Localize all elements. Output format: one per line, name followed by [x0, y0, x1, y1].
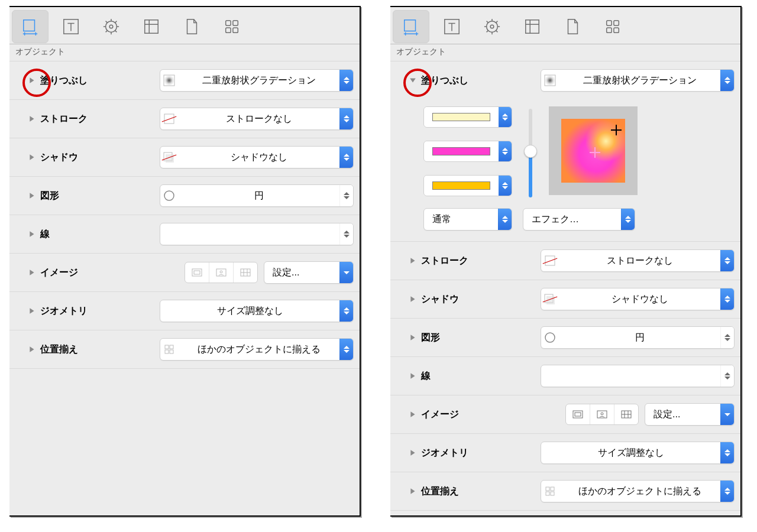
tab-object[interactable] — [12, 10, 48, 43]
stepper-icon — [720, 250, 734, 271]
line-popup[interactable] — [541, 365, 735, 387]
gradient-handle-1[interactable] — [611, 125, 622, 135]
disclosure-fill-open[interactable] — [408, 76, 418, 85]
tab-text[interactable] — [53, 11, 89, 43]
gradient-handle-2[interactable] — [590, 147, 600, 158]
seg-person-icon[interactable] — [590, 404, 614, 424]
shadow-popup[interactable]: シャドウなし — [160, 146, 354, 168]
tab-properties[interactable] — [93, 11, 129, 43]
tab-document[interactable] — [555, 11, 590, 43]
disclosure-line[interactable] — [408, 371, 418, 381]
stepper-icon — [499, 107, 512, 127]
disclosure-shape[interactable] — [27, 191, 37, 200]
shadow-popup[interactable]: シャドウなし — [541, 288, 735, 310]
disclosure-line[interactable] — [27, 229, 37, 239]
row-shape: 図形 円 — [390, 319, 740, 357]
disclosure-stroke[interactable] — [408, 256, 418, 265]
tab-grid[interactable] — [214, 11, 250, 43]
fill-popup[interactable]: 二重放射状グラデーション — [541, 69, 735, 92]
row-shadow: シャドウ シャドウなし — [390, 280, 740, 319]
stepper-icon — [720, 365, 734, 387]
disclosure-geometry[interactable] — [27, 306, 37, 316]
disclosure-geometry[interactable] — [408, 448, 418, 458]
disclosure-shadow[interactable] — [408, 294, 418, 304]
row-stroke: ストローク ストロークなし — [9, 100, 360, 138]
radial-gradient-icon — [160, 74, 178, 86]
image-settings-popup[interactable]: 設定... — [264, 261, 354, 284]
circle-icon — [541, 332, 559, 343]
svg-rect-31 — [614, 28, 619, 33]
image-mask-segmented[interactable] — [185, 262, 258, 283]
row-shadow: シャドウ シャドウなし — [9, 138, 360, 177]
tab-grid[interactable] — [595, 11, 630, 43]
disclosure-alignment[interactable] — [27, 345, 37, 354]
svg-rect-14 — [192, 269, 202, 276]
seg-natural-icon[interactable] — [566, 404, 590, 424]
tab-text[interactable] — [434, 11, 470, 43]
tab-canvas[interactable] — [515, 11, 550, 43]
svg-rect-9 — [164, 75, 174, 86]
stroke-popup[interactable]: ストロークなし — [541, 249, 735, 272]
seg-natural-icon[interactable] — [185, 262, 209, 283]
tab-canvas[interactable] — [134, 11, 169, 43]
alignment-icon — [160, 343, 178, 355]
row-fill: 塗りつぶし 二重放射状グラデーション — [9, 61, 360, 100]
alignment-popup[interactable]: ほかのオブジェクトに揃える — [541, 480, 735, 502]
line-popup[interactable] — [160, 223, 354, 245]
image-mask-segmented[interactable] — [565, 404, 639, 425]
no-stroke-icon — [541, 255, 559, 267]
label-shadow: シャドウ — [421, 293, 459, 306]
gradient-color-3[interactable] — [423, 175, 512, 196]
chevron-down-icon — [339, 262, 353, 283]
svg-point-40 — [601, 413, 603, 415]
stroke-popup[interactable]: ストロークなし — [160, 108, 354, 130]
svg-rect-35 — [546, 296, 555, 304]
tab-document[interactable] — [174, 11, 209, 43]
shape-popup[interactable]: 円 — [541, 326, 735, 349]
stepper-icon — [339, 70, 353, 91]
disclosure-image[interactable] — [408, 410, 418, 419]
disclosure-stroke[interactable] — [27, 114, 37, 124]
seg-grid-icon[interactable] — [234, 262, 257, 283]
svg-rect-0 — [24, 20, 35, 31]
svg-point-36 — [545, 333, 555, 342]
stepper-icon — [720, 442, 734, 463]
blend-mode-popup[interactable]: 通常 — [423, 208, 512, 231]
gradient-preview[interactable] — [549, 106, 638, 195]
disclosure-alignment[interactable] — [408, 486, 418, 496]
gradient-color-1[interactable] — [423, 106, 512, 128]
inspector-panel-collapsed: オブジェクト 塗りつぶし 二重放射状グラデーション ストローク — [9, 6, 361, 517]
geometry-popup[interactable]: サイズ調整なし — [541, 442, 735, 464]
disclosure-shadow[interactable] — [27, 153, 37, 162]
label-shadow: シャドウ — [40, 151, 78, 164]
disclosure-image[interactable] — [27, 268, 37, 277]
seg-person-icon[interactable] — [209, 262, 234, 283]
no-shadow-icon — [160, 151, 178, 163]
shape-popup[interactable]: 円 — [160, 184, 354, 207]
gradient-midpoint-slider[interactable] — [524, 109, 537, 197]
row-alignment: 位置揃え ほかのオブジェクトに揃える — [390, 472, 740, 511]
swatch-bar — [432, 113, 490, 121]
svg-rect-42 — [546, 487, 549, 491]
section-header: オブジェクト — [9, 44, 360, 61]
fill-popup[interactable]: 二重放射状グラデーション — [160, 69, 354, 92]
svg-rect-43 — [551, 487, 554, 491]
seg-grid-icon[interactable] — [614, 404, 638, 424]
geometry-popup[interactable]: サイズ調整なし — [160, 300, 354, 322]
disclosure-fill[interactable] — [27, 76, 37, 85]
chevron-down-icon — [720, 404, 734, 425]
slider-knob[interactable] — [524, 145, 537, 158]
gradient-color-2[interactable] — [423, 141, 512, 162]
effect-popup[interactable]: エフェク… — [523, 208, 635, 231]
label-alignment: 位置揃え — [421, 485, 459, 498]
svg-point-13 — [164, 191, 174, 200]
tab-object[interactable] — [393, 10, 429, 43]
image-settings-popup[interactable]: 設定... — [645, 403, 735, 426]
svg-rect-38 — [575, 413, 581, 416]
disclosure-shape[interactable] — [408, 333, 418, 342]
stepper-icon — [720, 327, 734, 348]
row-stroke: ストローク ストロークなし — [390, 242, 740, 280]
svg-rect-6 — [233, 21, 238, 25]
alignment-popup[interactable]: ほかのオブジェクトに揃える — [160, 338, 354, 361]
tab-properties[interactable] — [474, 11, 510, 43]
